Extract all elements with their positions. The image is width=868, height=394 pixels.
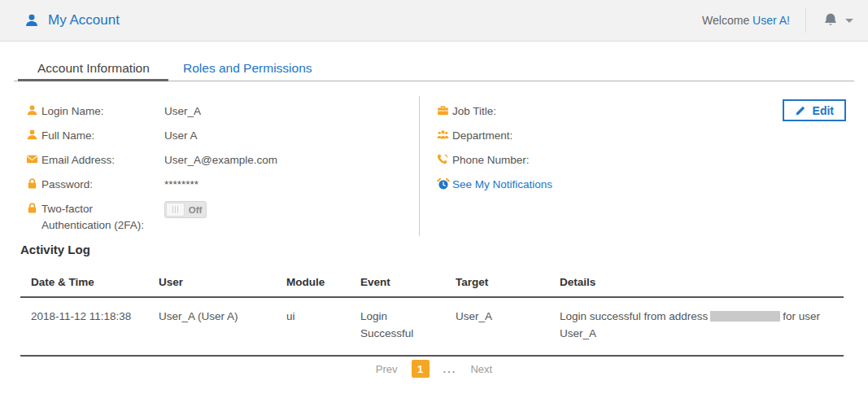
field-full-name: Full Name: User A xyxy=(26,128,384,144)
field-phone-number: Phone Number: xyxy=(437,152,746,169)
pagination: Prev 1 ... Next xyxy=(0,360,868,378)
column-divider xyxy=(419,96,420,236)
field-label: Password: xyxy=(41,177,164,193)
column-header-user: User xyxy=(148,269,276,297)
tab-account-information[interactable]: Account Information xyxy=(37,61,150,76)
cell-event: Login Successful xyxy=(350,297,445,356)
edit-button[interactable]: Edit xyxy=(783,99,846,121)
activity-log-title: Activity Log xyxy=(20,243,90,256)
field-job-title: Job Title: xyxy=(437,103,746,120)
see-my-notifications-link[interactable]: See My Notifications xyxy=(452,177,552,193)
field-department: Department: xyxy=(437,128,746,144)
cell-target: User_A xyxy=(445,297,549,356)
field-email-address: Email Address: User_A@example.com xyxy=(26,152,384,169)
activity-log-table: Date & Time User Module Event Target Det… xyxy=(20,269,844,357)
briefcase-icon xyxy=(437,104,450,117)
user-icon xyxy=(26,104,39,117)
welcome-user-link[interactable]: User A! xyxy=(752,14,790,27)
welcome-text: Welcome User A! xyxy=(702,14,790,27)
field-login-name: Login Name: User_A xyxy=(26,103,384,120)
user-icon xyxy=(24,13,39,28)
table-row: 2018-11-12 11:18:38 User_A (User A) ui L… xyxy=(20,297,844,356)
column-header-date-time: Date & Time xyxy=(20,269,148,297)
field-value: User_A xyxy=(164,103,201,120)
field-label: Full Name: xyxy=(41,128,164,144)
chevron-down-icon xyxy=(845,19,853,23)
pagination-next-button[interactable]: Next xyxy=(470,363,492,375)
cell-date-time: 2018-11-12 11:18:38 xyxy=(20,297,148,356)
header-right: Welcome User A! xyxy=(702,0,858,41)
field-label: Phone Number: xyxy=(452,152,574,169)
field-value: User A xyxy=(164,128,198,144)
welcome-prefix: Welcome xyxy=(702,14,749,27)
cell-details: Login successful from addressfor user Us… xyxy=(549,297,844,356)
bell-icon xyxy=(822,12,839,28)
phone-icon xyxy=(437,153,450,166)
table-header-row: Date & Time User Module Event Target Det… xyxy=(20,269,844,297)
envelope-icon xyxy=(26,153,39,166)
lock-icon xyxy=(26,202,39,215)
header-left: My Account xyxy=(24,0,120,41)
field-two-factor: Two-factor Authentication (2FA): Off xyxy=(26,201,384,234)
department-icon xyxy=(437,129,450,142)
field-label: Email Address: xyxy=(41,152,164,169)
two-factor-toggle[interactable]: Off xyxy=(164,201,207,218)
user-icon xyxy=(26,129,39,142)
cell-module: ui xyxy=(276,297,350,356)
column-header-module: Module xyxy=(276,269,350,297)
notifications-menu-button[interactable] xyxy=(822,12,858,28)
pencil-icon xyxy=(795,105,806,116)
toggle-state-label: Off xyxy=(185,205,206,215)
field-password: Password: ******** xyxy=(26,177,384,193)
pagination-ellipsis[interactable]: ... xyxy=(443,363,457,375)
my-account-page: My Account Welcome User A! Account Infor… xyxy=(0,0,868,394)
field-value: ******** xyxy=(164,177,198,193)
notifications-row: See My Notifications xyxy=(437,177,746,193)
account-fields-right: Job Title: Department: Phone Number: See… xyxy=(437,103,746,201)
column-header-event: Event xyxy=(350,269,445,297)
lock-icon xyxy=(26,177,39,190)
pagination-page-1[interactable]: 1 xyxy=(412,360,430,378)
cell-user: User_A (User A) xyxy=(148,297,276,356)
field-label: Login Name: xyxy=(41,103,164,120)
column-header-target: Target xyxy=(445,269,549,297)
field-label: Job Title: xyxy=(452,103,574,120)
field-value: User_A@example.com xyxy=(164,152,277,169)
column-header-details: Details xyxy=(549,269,844,297)
pagination-prev-button[interactable]: Prev xyxy=(376,363,398,375)
header-bar: My Account Welcome User A! xyxy=(0,0,868,42)
details-prefix: Login successful from address xyxy=(560,310,708,322)
page-title: My Account xyxy=(48,12,120,28)
alarm-clock-icon xyxy=(437,177,450,190)
toggle-knob xyxy=(166,203,185,217)
redacted-ip-block xyxy=(710,311,780,322)
account-fields-left: Login Name: User_A Full Name: User A Ema… xyxy=(26,103,384,242)
field-label: Department: xyxy=(452,128,574,144)
tab-roles-and-permissions[interactable]: Roles and Permissions xyxy=(183,61,312,76)
edit-button-label: Edit xyxy=(813,104,834,117)
header-divider xyxy=(805,8,806,33)
active-tab-underline xyxy=(18,79,168,81)
field-label: Two-factor Authentication (2FA): xyxy=(41,201,164,234)
